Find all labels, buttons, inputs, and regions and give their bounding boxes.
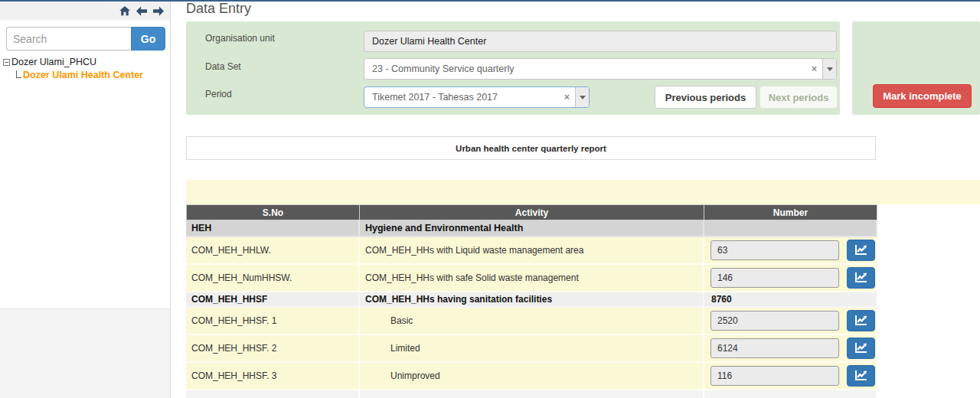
table-row: COM_HEH_HHSF. 2 Limited [186,335,877,363]
table-row: COM_HEH_HHSF. 3 Unimproved [186,363,877,390]
data-entry-table: S.No Activity Number HEH Hygiene and Env… [186,204,877,398]
tree-node-health-center[interactable]: Dozer Ulami Health Center [16,70,143,80]
previous-periods-button[interactable]: Previous periods [655,86,756,109]
line-chart-icon [853,313,870,329]
value-input[interactable] [710,338,839,358]
arrow-right-icon[interactable] [153,6,164,16]
org-unit-label: Organisation unit [205,33,275,44]
row-sno: COM_HEH_HHSF. 3 [186,363,360,390]
row-sno: COM_HEH_HHSF. 2 [186,335,360,363]
row-number-cell [704,308,877,335]
row-activity: Limited [360,335,704,363]
chart-button[interactable] [847,365,875,387]
section-band [186,180,980,204]
value-input[interactable] [710,268,839,288]
clear-icon[interactable]: × [806,64,822,74]
report-title: Urban health center quarterly report [456,144,606,153]
search-go-button[interactable]: Go [131,27,165,51]
value-input[interactable] [710,366,839,386]
value-input[interactable] [710,311,839,331]
chart-button[interactable] [847,338,875,359]
period-select[interactable]: Tikemet 2017 - Tahesas 2017 × [364,86,590,108]
chevron-down-icon[interactable] [822,59,836,79]
report-title-bar: Urban health center quarterly report [186,136,876,160]
row-activity: Basic [360,308,704,335]
row-activity: COM_HEH_HHs having sanitation facilities [360,292,704,308]
chart-button[interactable] [847,267,875,289]
arrow-left-icon[interactable] [136,6,147,16]
line-chart-icon [853,368,870,384]
tree-node-label-selected[interactable]: Dozer Ulami Health Center [23,70,143,80]
chart-button[interactable] [847,310,875,331]
org-unit-search: Go [6,27,165,51]
row-activity: COM_HEH_HHs with safe Solid waste manage… [360,265,704,292]
home-icon[interactable] [119,6,130,16]
row-number-cell [704,220,877,237]
row-number-cell: 8760 [704,292,877,308]
tree-node-phcu[interactable]: − Dozer Ulami_PHCU [3,57,143,67]
chevron-down-icon[interactable] [575,87,589,107]
line-chart-icon [853,341,870,357]
table-row: COM_HEH_HHLW. COM_HEH_HHs with Liquid wa… [186,237,877,265]
value-input[interactable] [710,240,839,260]
column-header-activity: Activity [360,204,704,220]
page-title: Data Entry [186,1,251,17]
next-periods-button[interactable]: Next periods [760,86,838,109]
row-number-cell [704,363,877,390]
row-sno: COM_HEH_NumHHSW. [186,265,360,292]
table-row: HEH Hygiene and Environmental Health [186,220,877,237]
period-label: Period [205,89,232,100]
org-unit-field [364,31,837,52]
line-chart-icon [853,270,870,286]
line-chart-icon [853,243,870,259]
tree-elbow-icon [16,70,21,78]
collapse-icon[interactable]: − [3,59,10,66]
completion-panel: Mark incomplete [852,21,980,115]
row-number-cell [704,265,877,292]
row-sno: HEH [186,220,360,237]
row-activity: Unimproved [360,363,704,390]
sidebar-toolbar [0,2,170,20]
row-number-cell [704,335,877,363]
column-header-sno: S.No [186,204,360,220]
row-sno: COM_HEH_HHLW. [186,237,360,265]
table-header-row: S.No Activity Number [186,204,877,220]
dataset-selected-value: 23 - Community Service quarterly [364,64,806,74]
chart-button[interactable] [847,240,875,261]
search-input[interactable] [6,27,131,51]
data-entry-form-panel: Organisation unit Data Set 23 - Communit… [186,21,840,115]
row-sno: COM_HEH_HHSF [186,292,360,308]
dataset-label: Data Set [205,61,241,72]
period-selected-value: Tikemet 2017 - Tahesas 2017 [364,92,559,103]
row-activity: COM_HEH_HHs with Liquid waste management… [360,237,704,265]
tree-node-label[interactable]: Dozer Ulami_PHCU [11,57,96,67]
table-row: COM_HEH_NumHHSW. COM_HEH_HHs with safe S… [186,265,877,292]
row-sno: COM_HEH_HHSF. 1 [186,308,360,335]
org-unit-sidebar: Go − Dozer Ulami_PHCU Dozer Ulami Health… [0,2,171,398]
row-number-cell [704,237,877,265]
table-row: COM_HEH_HHSF. 1 Basic [186,308,877,335]
clear-icon[interactable]: × [559,92,575,103]
row-activity: Hygiene and Environmental Health [360,220,704,237]
table-row-partial [186,390,877,398]
mark-incomplete-button[interactable]: Mark incomplete [873,84,972,108]
sidebar-bottom-panel [0,308,170,398]
org-unit-tree: − Dozer Ulami_PHCU Dozer Ulami Health Ce… [3,57,143,80]
table-row: COM_HEH_HHSF COM_HEH_HHs having sanitati… [186,292,877,308]
dataset-select[interactable]: 23 - Community Service quarterly × [364,58,837,80]
column-header-number: Number [704,204,877,220]
report-table-body: HEH Hygiene and Environmental Health COM… [186,220,877,390]
